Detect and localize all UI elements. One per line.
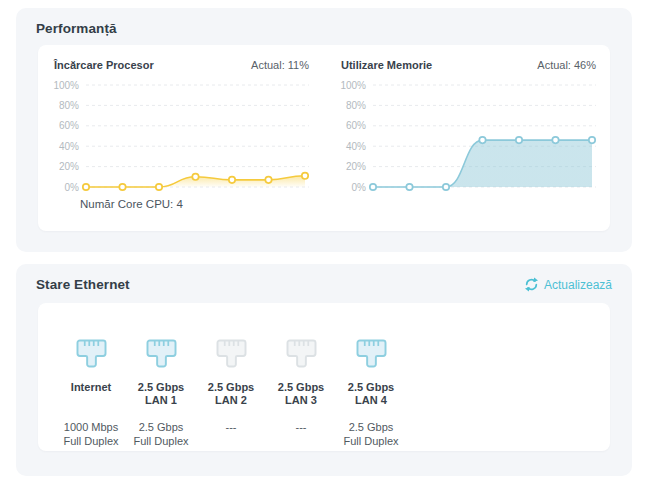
port-status: 2.5 GbpsFull Duplex — [336, 420, 406, 448]
port-label: 2.5 GbpsLAN 4 — [336, 381, 406, 408]
memory-chart-block: Utilizare Memorie Actual: 46% 100%80%60%… — [337, 57, 598, 231]
memory-actual-value: Actual: 46% — [537, 59, 596, 71]
svg-text:80%: 80% — [59, 100, 79, 111]
svg-text:40%: 40% — [346, 141, 366, 152]
ethernet-port-icon — [76, 339, 107, 368]
port-label: Internet — [56, 381, 126, 408]
ethernet-port: 2.5 GbpsLAN 1 2.5 GbpsFull Duplex — [126, 339, 196, 451]
svg-text:100%: 100% — [53, 80, 79, 91]
ethernet-card: Stare Ethernet Actualizează Internet 100… — [16, 264, 632, 476]
ethernet-port-icon — [216, 339, 247, 368]
cpu-load-chart: 100%80%60%40%20%0% — [50, 75, 311, 197]
svg-text:0%: 0% — [65, 182, 80, 193]
port-status: --- — [266, 420, 336, 434]
port-status: --- — [196, 420, 266, 434]
ethernet-port-icon — [146, 339, 177, 368]
refresh-label: Actualizează — [544, 278, 612, 292]
memory-usage-chart: 100%80%60%40%20%0% — [337, 75, 598, 197]
refresh-button[interactable]: Actualizează — [524, 277, 612, 292]
cpu-chart-header: Încărcare Procesor Actual: 11% — [50, 57, 311, 75]
ethernet-port: Internet 1000 MbpsFull Duplex — [56, 339, 126, 451]
cpu-chart-title: Încărcare Procesor — [54, 59, 154, 71]
performance-panel: Încărcare Procesor Actual: 11% 100%80%60… — [38, 45, 610, 231]
port-label: 2.5 GbpsLAN 2 — [196, 381, 266, 408]
memory-chart-header: Utilizare Memorie Actual: 46% — [337, 57, 598, 75]
port-status: 2.5 GbpsFull Duplex — [126, 420, 196, 448]
ethernet-title: Stare Ethernet — [36, 277, 130, 292]
memory-chart-title: Utilizare Memorie — [341, 59, 432, 71]
svg-text:20%: 20% — [59, 161, 79, 172]
ethernet-port-icon — [286, 339, 317, 368]
svg-text:20%: 20% — [346, 161, 366, 172]
svg-text:80%: 80% — [346, 100, 366, 111]
ethernet-port: 2.5 GbpsLAN 2 --- — [196, 339, 266, 451]
svg-text:60%: 60% — [59, 120, 79, 131]
port-label: 2.5 GbpsLAN 1 — [126, 381, 196, 408]
refresh-icon — [524, 277, 539, 292]
svg-text:40%: 40% — [59, 141, 79, 152]
svg-text:60%: 60% — [346, 120, 366, 131]
svg-text:100%: 100% — [340, 80, 366, 91]
performance-title: Performanță — [36, 21, 117, 36]
svg-text:0%: 0% — [352, 182, 367, 193]
cpu-chart-block: Încărcare Procesor Actual: 11% 100%80%60… — [50, 57, 311, 231]
performance-card: Performanță Încărcare Procesor Actual: 1… — [16, 8, 632, 252]
page: Performanță Încărcare Procesor Actual: 1… — [0, 0, 648, 484]
performance-card-header: Performanță — [16, 8, 632, 45]
ethernet-ports: Internet 1000 MbpsFull Duplex 2.5 GbpsLA… — [38, 303, 610, 451]
ethernet-port-icon — [356, 339, 387, 368]
port-label: 2.5 GbpsLAN 3 — [266, 381, 336, 408]
port-status: 1000 MbpsFull Duplex — [56, 420, 126, 448]
cpu-actual-value: Actual: 11% — [251, 59, 309, 71]
ethernet-port: 2.5 GbpsLAN 3 --- — [266, 339, 336, 451]
cpu-core-count: Număr Core CPU: 4 — [80, 198, 311, 210]
ethernet-port: 2.5 GbpsLAN 4 2.5 GbpsFull Duplex — [336, 339, 406, 451]
ethernet-card-header: Stare Ethernet Actualizează — [16, 264, 632, 301]
